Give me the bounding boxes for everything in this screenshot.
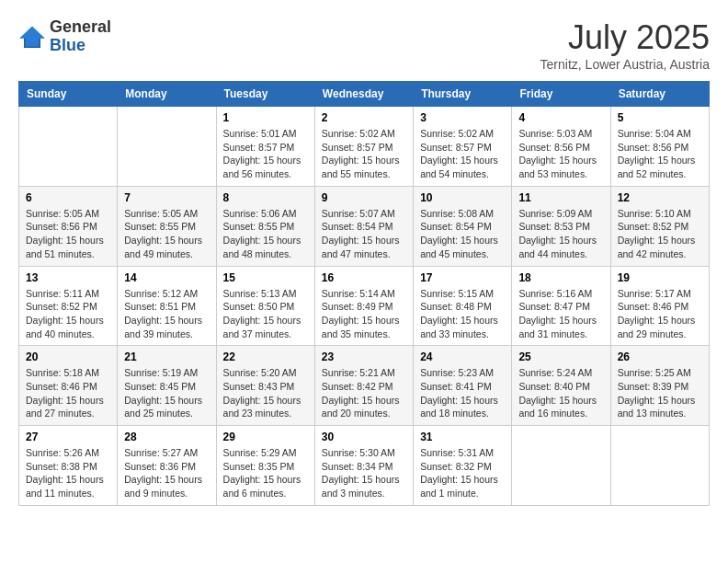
day-info: Sunrise: 5:20 AMSunset: 8:43 PMDaylight:… — [223, 366, 308, 420]
calendar-header-row: SundayMondayTuesdayWednesdayThursdayFrid… — [19, 82, 710, 107]
day-number: 1 — [223, 111, 308, 124]
day-info: Sunrise: 5:31 AMSunset: 8:32 PMDaylight:… — [420, 446, 505, 500]
day-info: Sunrise: 5:07 AMSunset: 8:54 PMDaylight:… — [322, 207, 406, 261]
calendar-cell: 5Sunrise: 5:04 AMSunset: 8:56 PMDaylight… — [610, 107, 709, 187]
day-info: Sunrise: 5:23 AMSunset: 8:41 PMDaylight:… — [420, 366, 505, 420]
calendar-cell: 30Sunrise: 5:30 AMSunset: 8:34 PMDayligh… — [314, 426, 413, 506]
day-info: Sunrise: 5:10 AMSunset: 8:52 PMDaylight:… — [618, 207, 702, 261]
calendar-cell: 10Sunrise: 5:08 AMSunset: 8:54 PMDayligh… — [414, 186, 512, 266]
calendar-cell: 25Sunrise: 5:24 AMSunset: 8:40 PMDayligh… — [512, 346, 610, 426]
day-info: Sunrise: 5:30 AMSunset: 8:34 PMDaylight:… — [322, 446, 406, 500]
logo: General Blue — [18, 18, 111, 55]
day-info: Sunrise: 5:14 AMSunset: 8:49 PMDaylight:… — [322, 287, 406, 341]
calendar-cell: 28Sunrise: 5:27 AMSunset: 8:36 PMDayligh… — [118, 426, 216, 506]
calendar-week-row: 6Sunrise: 5:05 AMSunset: 8:56 PMDaylight… — [19, 186, 710, 266]
day-number: 3 — [420, 111, 505, 124]
calendar-cell: 16Sunrise: 5:14 AMSunset: 8:49 PMDayligh… — [314, 266, 413, 346]
calendar-cell: 14Sunrise: 5:12 AMSunset: 8:51 PMDayligh… — [118, 266, 216, 346]
day-number: 11 — [518, 191, 603, 204]
calendar-cell: 24Sunrise: 5:23 AMSunset: 8:41 PMDayligh… — [414, 346, 512, 426]
weekday-header-saturday: Saturday — [610, 82, 709, 107]
weekday-header-monday: Monday — [118, 82, 216, 107]
day-number: 4 — [518, 111, 603, 124]
day-number: 12 — [618, 191, 702, 204]
calendar-cell — [610, 426, 709, 506]
day-info: Sunrise: 5:29 AMSunset: 8:35 PMDaylight:… — [223, 446, 308, 500]
calendar-week-row: 1Sunrise: 5:01 AMSunset: 8:57 PMDaylight… — [19, 107, 710, 187]
calendar-cell: 20Sunrise: 5:18 AMSunset: 8:46 PMDayligh… — [19, 346, 118, 426]
calendar-cell: 27Sunrise: 5:26 AMSunset: 8:38 PMDayligh… — [19, 426, 118, 506]
calendar-cell: 3Sunrise: 5:02 AMSunset: 8:57 PMDaylight… — [414, 107, 512, 187]
day-number: 5 — [618, 111, 702, 124]
calendar-cell: 8Sunrise: 5:06 AMSunset: 8:55 PMDaylight… — [216, 186, 314, 266]
day-info: Sunrise: 5:25 AMSunset: 8:39 PMDaylight:… — [618, 366, 702, 420]
weekday-header-wednesday: Wednesday — [314, 82, 413, 107]
day-info: Sunrise: 5:16 AMSunset: 8:47 PMDaylight:… — [518, 287, 603, 341]
calendar-cell: 18Sunrise: 5:16 AMSunset: 8:47 PMDayligh… — [512, 266, 610, 346]
day-number: 28 — [124, 431, 209, 443]
day-number: 13 — [26, 271, 110, 284]
day-info: Sunrise: 5:02 AMSunset: 8:57 PMDaylight:… — [322, 127, 406, 181]
day-number: 7 — [124, 191, 209, 204]
day-number: 29 — [223, 431, 308, 443]
svg-marker-1 — [20, 27, 45, 47]
day-info: Sunrise: 5:21 AMSunset: 8:42 PMDaylight:… — [322, 366, 406, 420]
calendar-cell: 2Sunrise: 5:02 AMSunset: 8:57 PMDaylight… — [314, 107, 413, 187]
logo-text: General Blue — [50, 18, 111, 55]
day-number: 27 — [26, 431, 110, 443]
day-info: Sunrise: 5:06 AMSunset: 8:55 PMDaylight:… — [223, 207, 308, 261]
calendar-cell: 4Sunrise: 5:03 AMSunset: 8:56 PMDaylight… — [512, 107, 610, 187]
logo-blue: Blue — [50, 36, 85, 54]
calendar-cell: 9Sunrise: 5:07 AMSunset: 8:54 PMDaylight… — [314, 186, 413, 266]
day-info: Sunrise: 5:05 AMSunset: 8:56 PMDaylight:… — [26, 207, 110, 261]
calendar-cell — [118, 107, 216, 187]
day-number: 21 — [124, 350, 209, 363]
location-subtitle: Ternitz, Lower Austria, Austria — [540, 57, 710, 72]
calendar-cell: 7Sunrise: 5:05 AMSunset: 8:55 PMDaylight… — [118, 186, 216, 266]
day-number: 2 — [322, 111, 406, 124]
day-info: Sunrise: 5:05 AMSunset: 8:55 PMDaylight:… — [124, 207, 209, 261]
day-info: Sunrise: 5:24 AMSunset: 8:40 PMDaylight:… — [518, 366, 603, 420]
day-number: 17 — [420, 271, 505, 284]
day-info: Sunrise: 5:17 AMSunset: 8:46 PMDaylight:… — [618, 287, 702, 341]
day-number: 14 — [124, 271, 209, 284]
weekday-header-tuesday: Tuesday — [216, 82, 314, 107]
day-number: 10 — [420, 191, 505, 204]
logo-icon — [18, 23, 46, 51]
day-number: 6 — [26, 191, 110, 204]
day-info: Sunrise: 5:13 AMSunset: 8:50 PMDaylight:… — [223, 287, 308, 341]
day-number: 16 — [322, 271, 406, 284]
calendar-cell: 19Sunrise: 5:17 AMSunset: 8:46 PMDayligh… — [610, 266, 709, 346]
page-header: General Blue July 2025 Ternitz, Lower Au… — [18, 18, 710, 72]
day-info: Sunrise: 5:02 AMSunset: 8:57 PMDaylight:… — [420, 127, 505, 181]
logo-general: General — [50, 17, 111, 36]
calendar-cell — [512, 426, 610, 506]
day-info: Sunrise: 5:15 AMSunset: 8:48 PMDaylight:… — [420, 287, 505, 341]
calendar-week-row: 20Sunrise: 5:18 AMSunset: 8:46 PMDayligh… — [19, 346, 710, 426]
calendar-cell: 13Sunrise: 5:11 AMSunset: 8:52 PMDayligh… — [19, 266, 118, 346]
day-info: Sunrise: 5:03 AMSunset: 8:56 PMDaylight:… — [518, 127, 603, 181]
day-number: 22 — [223, 350, 308, 363]
day-info: Sunrise: 5:26 AMSunset: 8:38 PMDaylight:… — [26, 446, 110, 500]
weekday-header-thursday: Thursday — [414, 82, 512, 107]
calendar-week-row: 13Sunrise: 5:11 AMSunset: 8:52 PMDayligh… — [19, 266, 710, 346]
day-info: Sunrise: 5:27 AMSunset: 8:36 PMDaylight:… — [124, 446, 209, 500]
day-info: Sunrise: 5:19 AMSunset: 8:45 PMDaylight:… — [124, 366, 209, 420]
day-number: 26 — [618, 350, 702, 363]
day-number: 25 — [518, 350, 603, 363]
day-info: Sunrise: 5:18 AMSunset: 8:46 PMDaylight:… — [26, 366, 110, 420]
weekday-header-friday: Friday — [512, 82, 610, 107]
calendar-cell: 1Sunrise: 5:01 AMSunset: 8:57 PMDaylight… — [216, 107, 314, 187]
day-number: 18 — [518, 271, 603, 284]
weekday-header-sunday: Sunday — [19, 82, 118, 107]
day-info: Sunrise: 5:04 AMSunset: 8:56 PMDaylight:… — [618, 127, 702, 181]
calendar-cell: 17Sunrise: 5:15 AMSunset: 8:48 PMDayligh… — [414, 266, 512, 346]
day-number: 8 — [223, 191, 308, 204]
day-number: 9 — [322, 191, 406, 204]
calendar-cell: 15Sunrise: 5:13 AMSunset: 8:50 PMDayligh… — [216, 266, 314, 346]
day-number: 31 — [420, 431, 505, 443]
calendar-cell: 12Sunrise: 5:10 AMSunset: 8:52 PMDayligh… — [610, 186, 709, 266]
day-number: 24 — [420, 350, 505, 363]
day-info: Sunrise: 5:11 AMSunset: 8:52 PMDaylight:… — [26, 287, 110, 341]
calendar-cell: 21Sunrise: 5:19 AMSunset: 8:45 PMDayligh… — [118, 346, 216, 426]
